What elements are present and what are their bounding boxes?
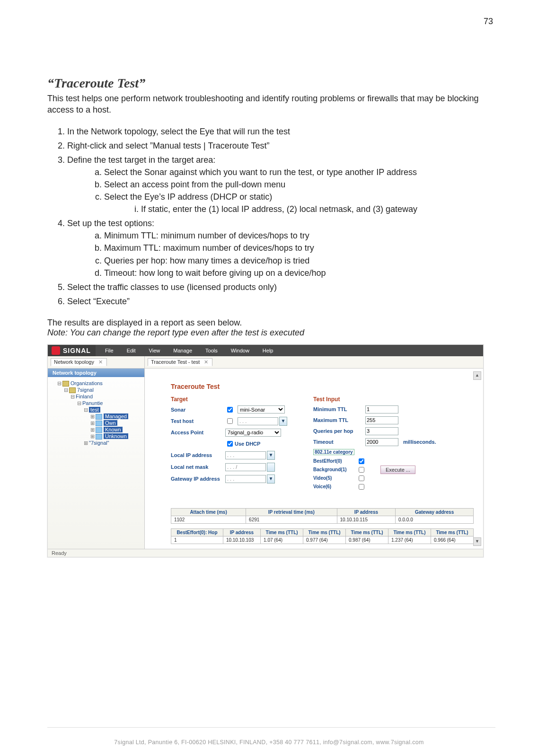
- step-3b: Select an access point from the pull-dow…: [104, 178, 495, 191]
- tree-toggle-icon[interactable]: ⊞: [90, 427, 95, 432]
- step-4d: Timeout: how long to wait before giving …: [104, 267, 495, 279]
- folder-icon: [69, 387, 76, 393]
- step-6: Select “Execute”: [67, 295, 495, 308]
- tree-toggle-icon[interactable]: ⊞: [90, 433, 95, 439]
- sonar-checkbox[interactable]: [227, 407, 233, 413]
- timeout-input[interactable]: [365, 438, 398, 446]
- tree-7signal[interactable]: 7signal: [77, 387, 94, 393]
- scroll-up-icon[interactable]: ▲: [473, 371, 481, 380]
- step-2: Right-click and select ”Manual tests | T…: [67, 140, 495, 152]
- cat-besteffort-checkbox[interactable]: [359, 458, 364, 464]
- tree-toggle-icon[interactable]: ⊟: [77, 400, 81, 406]
- dropdown-icon[interactable]: [267, 463, 275, 472]
- ap-icon: [96, 421, 102, 426]
- sonar-select[interactable]: mini-Sonar: [238, 405, 285, 413]
- gateway-label: Gateway IP address: [171, 476, 225, 482]
- ap-icon: [96, 427, 102, 433]
- tree-7signal-quoted[interactable]: "7signal": [89, 440, 109, 446]
- dropdown-icon[interactable]: ▼: [267, 451, 275, 460]
- cat-background-label: Background(1): [313, 467, 357, 472]
- minttl-input[interactable]: [365, 405, 398, 413]
- panel-header-network-topology: Network topology: [48, 369, 144, 377]
- menu-tools[interactable]: Tools: [205, 348, 218, 353]
- menu-edit[interactable]: Edit: [127, 348, 136, 353]
- menu-manage[interactable]: Manage: [173, 348, 192, 353]
- testinput-title: Test Input: [313, 396, 436, 403]
- th-t2: Time ms (TTL): [303, 528, 346, 536]
- tree-toggle-icon[interactable]: ⊞: [90, 413, 95, 419]
- step-1: In the Network topology, select the Eye …: [67, 125, 495, 138]
- th-ip-retrieval: IP retrieval time (ms): [246, 508, 337, 516]
- tree-toggle-icon[interactable]: ⊟: [57, 380, 62, 386]
- execute-button[interactable]: Execute ...: [380, 466, 415, 474]
- table-row: 1102 6291 10.10.10.115 0.0.0.0: [171, 516, 474, 523]
- menu-window[interactable]: Window: [231, 348, 249, 353]
- dropdown-icon[interactable]: ▼: [279, 417, 287, 426]
- results-paragraph: The results are displayed in a report as…: [47, 318, 495, 328]
- tab-network-topology[interactable]: Network topology ✕: [51, 358, 107, 366]
- dropdown-icon[interactable]: ▼: [267, 475, 275, 483]
- tree-toggle-icon[interactable]: ⊞: [84, 440, 88, 446]
- tree-toggle-icon[interactable]: ⊟: [71, 394, 75, 399]
- usedhcp-checkbox[interactable]: [227, 441, 233, 447]
- tree-toggle-icon[interactable]: ⊟: [64, 387, 68, 393]
- category-header: 802.11e category: [313, 449, 354, 455]
- th-ip-address: IP address: [337, 508, 396, 516]
- tree-toggle-icon[interactable]: ⊟: [84, 407, 88, 413]
- close-icon[interactable]: ✕: [204, 359, 208, 365]
- step-3c-i: If static, enter the (1) local IP addres…: [141, 203, 495, 215]
- scroll-down-icon[interactable]: ▼: [473, 537, 481, 546]
- page-footer: 7signal Ltd, Panuntie 6, FI-00620 HELSIN…: [0, 739, 538, 746]
- testhost-label: Test host: [171, 418, 225, 424]
- close-icon[interactable]: ✕: [98, 359, 103, 365]
- tree-organizations[interactable]: Organizations: [71, 380, 103, 386]
- tree-known[interactable]: Known: [104, 427, 123, 432]
- localip-input[interactable]: . . .: [225, 451, 266, 459]
- cat-voice-label: Voice(6): [313, 484, 357, 489]
- hops-table: BestEffort(0): Hop IP address Time ms (T…: [171, 528, 474, 544]
- menu-file[interactable]: File: [105, 348, 114, 353]
- cat-video-checkbox[interactable]: [359, 475, 364, 481]
- step-4a: Minimum TTL: minimum number of devices/h…: [104, 229, 495, 242]
- logo-icon: [52, 346, 60, 355]
- th-t4: Time ms (TTL): [388, 528, 431, 536]
- tree-panuntie[interactable]: Panuntie: [82, 400, 103, 406]
- step-3-text: Define the test target in the target are…: [67, 155, 215, 165]
- cat-background-checkbox[interactable]: [359, 467, 364, 473]
- th-attach-time: Attach time (ms): [171, 508, 246, 516]
- tree-unknown[interactable]: Unknown: [104, 433, 128, 439]
- th-hop: BestEffort(0): Hop: [171, 528, 223, 536]
- ap-icon: [96, 434, 102, 440]
- tree-toggle-icon[interactable]: ⊞: [90, 420, 95, 426]
- tree-managed[interactable]: Managed: [104, 413, 128, 419]
- summary-table: Attach time (ms) IP retrieval time (ms) …: [171, 508, 474, 524]
- menu-help[interactable]: Help: [263, 348, 273, 353]
- qph-input[interactable]: [365, 427, 398, 435]
- step-3c: Select the Eye’s IP address (DHCP or sta…: [104, 191, 495, 215]
- maxttl-input[interactable]: [365, 416, 398, 424]
- step-3c-text: Select the Eye’s IP address (DHCP or sta…: [104, 192, 272, 202]
- menu-view[interactable]: View: [149, 348, 160, 353]
- minttl-label: Minimum TTL: [313, 406, 365, 412]
- accesspoint-select[interactable]: 7signal_g-radio: [225, 429, 281, 437]
- app-screenshot: SIGNAL File Edit View Manage Tools Windo…: [47, 344, 484, 557]
- gateway-input[interactable]: . . .: [225, 475, 266, 483]
- tab-traceroute-test[interactable]: Traceroute Test - test ✕: [148, 358, 212, 366]
- th-t3: Time ms (TTL): [346, 528, 388, 536]
- testhost-input[interactable]: . . .: [238, 417, 278, 425]
- folder-icon: [62, 381, 69, 387]
- tree-test-selected[interactable]: test: [89, 407, 100, 413]
- netmask-input[interactable]: . . . /: [225, 463, 266, 471]
- step-5: Select the traffic classes to use (licen…: [67, 281, 495, 293]
- cat-voice-checkbox[interactable]: [359, 484, 364, 490]
- usedhcp-label: Use DHCP: [235, 441, 260, 447]
- section-heading: “Traceroute Test”: [47, 76, 495, 91]
- localip-label: Local IP address: [171, 452, 225, 458]
- topology-tree[interactable]: ⊟Organizations ⊟7signal ⊟Finland ⊟Panunt…: [48, 377, 144, 457]
- tree-finland[interactable]: Finland: [76, 394, 93, 399]
- tree-own[interactable]: Own: [104, 420, 117, 426]
- sonar-label: Sonar: [171, 407, 225, 413]
- ap-icon: [96, 414, 102, 420]
- testhost-checkbox[interactable]: [227, 418, 233, 424]
- qph-label: Queries per hop: [313, 428, 365, 434]
